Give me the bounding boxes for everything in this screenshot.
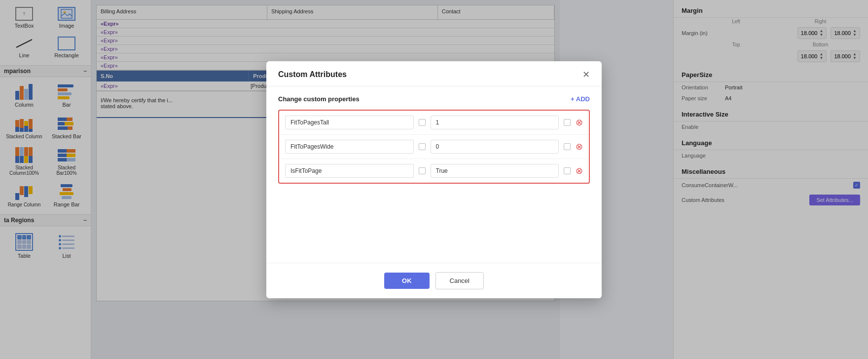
modal-footer: OK Cancel xyxy=(266,263,602,298)
attr-delete-0[interactable]: ⊗ xyxy=(576,118,583,127)
modal-overlay: Custom Attributes ✕ Change custom proper… xyxy=(0,0,868,359)
custom-attributes-modal: Custom Attributes ✕ Change custom proper… xyxy=(266,61,602,298)
attr-delete-1[interactable]: ⊗ xyxy=(576,142,583,151)
modal-header: Custom Attributes ✕ xyxy=(266,61,602,86)
attr-value-input-1[interactable] xyxy=(431,140,559,154)
attr-delete-2[interactable]: ⊗ xyxy=(576,166,583,175)
modal-title: Custom Attributes xyxy=(278,70,347,79)
attr-row-1: ⊗ xyxy=(279,135,589,159)
attr-name-input-1[interactable] xyxy=(285,140,414,154)
attr-name-input-0[interactable] xyxy=(285,116,414,129)
attr-name-checkbox-2[interactable] xyxy=(419,167,426,174)
attr-row-0: ⊗ xyxy=(279,111,589,135)
attr-value-checkbox-0[interactable] xyxy=(564,119,571,126)
modal-add-button[interactable]: + ADD xyxy=(571,95,590,103)
attr-value-input-2[interactable] xyxy=(431,164,559,178)
attr-name-input-2[interactable] xyxy=(285,164,414,178)
modal-subtitle: Change custom properties xyxy=(278,95,360,103)
ok-button[interactable]: OK xyxy=(384,273,430,289)
attr-name-checkbox-1[interactable] xyxy=(419,143,426,150)
attr-row-2: ⊗ xyxy=(279,159,589,183)
modal-body: Change custom properties + ADD ⊗ xyxy=(266,86,602,263)
attr-value-checkbox-1[interactable] xyxy=(564,143,571,150)
modal-close-button[interactable]: ✕ xyxy=(582,70,590,79)
attr-value-input-0[interactable] xyxy=(431,116,559,129)
cancel-button[interactable]: Cancel xyxy=(435,272,484,289)
attr-name-checkbox-0[interactable] xyxy=(419,119,426,126)
modal-subheader: Change custom properties + ADD xyxy=(278,95,590,103)
attr-value-checkbox-2[interactable] xyxy=(564,167,571,174)
attributes-table: ⊗ ⊗ ⊗ xyxy=(278,110,590,184)
